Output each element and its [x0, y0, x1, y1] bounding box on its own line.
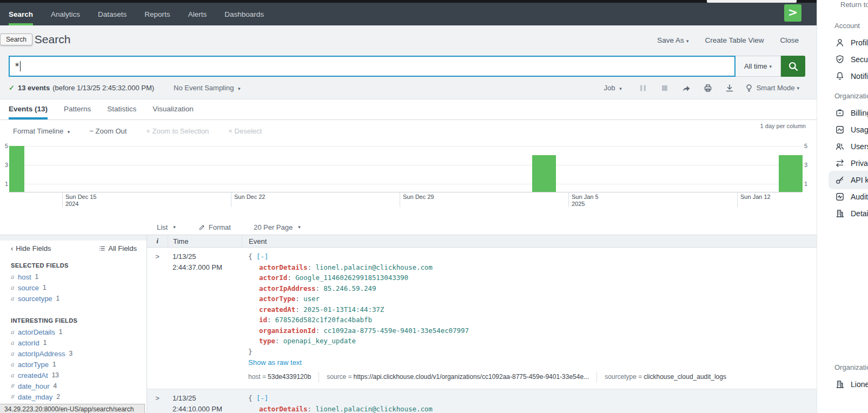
event-row: >1/13/252:44:10.000 PM{ [-]actorDetails:…: [147, 389, 817, 413]
json-value: lionel.palacin@clickhouse.com: [315, 405, 432, 413]
field-item-actorDetails[interactable]: aactorDetails1: [11, 327, 147, 337]
app-navbar: SearchAnalyticsDatasetsReportsAlertsDash…: [0, 3, 817, 25]
save-as-button[interactable]: Save As▾: [657, 36, 688, 44]
timeline-bar[interactable]: [779, 155, 803, 192]
hide-fields-button[interactable]: ‹ Hide Fields: [11, 244, 51, 252]
field-item-actorIpAddress[interactable]: aactorIpAddress3: [11, 348, 147, 359]
event-sampling-menu[interactable]: No Event Sampling ▾: [174, 84, 240, 92]
tab-events-13-[interactable]: Events (13): [9, 105, 48, 119]
collapse-json-link[interactable]: [-]: [256, 394, 268, 402]
show-raw-text-link[interactable]: Show as raw text: [248, 357, 817, 368]
field-item-actorType[interactable]: aactorType1: [11, 359, 147, 370]
sampling-label: No Event Sampling: [174, 84, 234, 92]
nav-item-search[interactable]: Search: [9, 3, 33, 25]
nav-item-reports[interactable]: Reports: [144, 3, 170, 25]
json-key: id: [259, 316, 267, 324]
splunk-logo[interactable]: >: [784, 4, 801, 22]
json-value: openapi_key_update: [283, 337, 356, 345]
zoom-out-button[interactable]: − Zoom Out: [89, 127, 127, 135]
field-item-sourcetype[interactable]: asourcetype1: [11, 293, 147, 304]
json-value: user: [303, 295, 320, 303]
format-timeline-menu[interactable]: Format Timeline ▾: [13, 127, 70, 135]
sidebar-item-private-endpoints[interactable]: Private endpoints: [835, 158, 868, 169]
print-icon[interactable]: [703, 83, 713, 93]
meta-field-source[interactable]: source =https://api.clickhouse.cloud/v1/…: [319, 372, 597, 383]
sidebar-item-notifications[interactable]: Notifications: [835, 71, 868, 82]
all-fields-button[interactable]: All Fields: [98, 244, 137, 252]
deselect-button[interactable]: × Deselect: [228, 127, 262, 135]
format-menu[interactable]: Format: [198, 223, 231, 231]
stop-icon[interactable]: [660, 83, 670, 93]
sidebar-item-lionel[interactable]: Lionel: [835, 379, 868, 390]
nav-item-alerts[interactable]: Alerts: [188, 3, 207, 25]
share-icon[interactable]: [681, 83, 691, 93]
sidebar-item-api-keys[interactable]: API keys: [835, 175, 868, 185]
fields-sidebar-header: ‹ Hide Fields All Fields: [0, 241, 147, 255]
format-label: Format: [209, 223, 231, 231]
nav-item-analytics[interactable]: Analytics: [51, 3, 80, 25]
nav-item-datasets[interactable]: Datasets: [98, 3, 127, 25]
export-icon[interactable]: [725, 83, 734, 93]
job-menu[interactable]: Job ▾: [604, 84, 622, 92]
sidebar-item-label: Details: [851, 209, 868, 218]
meta-field-host[interactable]: host =53de4339120b: [248, 372, 319, 383]
timeline-bar[interactable]: [9, 146, 24, 192]
pause-icon[interactable]: [638, 83, 648, 93]
sidebar-item-billing[interactable]: Billing: [835, 108, 868, 118]
close-button[interactable]: Close: [780, 36, 799, 44]
pencil-icon: [198, 224, 206, 231]
json-colon: :: [315, 327, 323, 335]
create-table-view-button[interactable]: Create Table View: [705, 36, 764, 44]
key-icon: [835, 175, 845, 185]
search-input[interactable]: *: [9, 56, 736, 77]
json-value: cc1092aa-8775-459e-9401-33e54ec07997: [323, 327, 469, 335]
sidebar-item-security[interactable]: Security: [835, 54, 868, 65]
field-count: 2: [56, 393, 60, 401]
text-cursor: [20, 61, 21, 71]
json-key: createdAt: [259, 305, 295, 314]
meta-value: 53de4339120b: [268, 373, 311, 381]
field-item-source[interactable]: asource1: [11, 282, 147, 293]
field-type-icon: a: [11, 338, 18, 347]
timeline-bar[interactable]: [532, 155, 556, 192]
format-timeline-label: Format Timeline: [13, 127, 63, 135]
field-item-date_mday[interactable]: #date_mday2: [11, 391, 147, 402]
sidebar-item-details[interactable]: Details: [835, 208, 868, 219]
field-item-host[interactable]: ahost1: [11, 271, 147, 282]
sidebar-item-label: Notifications: [851, 72, 868, 81]
timeline-scale-label: 1 day per column: [760, 123, 806, 129]
nav-item-dashboards[interactable]: Dashboards: [224, 3, 264, 25]
list-view-label: List: [157, 223, 168, 231]
results-tabs: Events (13)PatternsStatisticsVisualizati…: [0, 99, 817, 120]
sidebar-item-profile[interactable]: Profile: [835, 37, 868, 48]
results-toolbar: List ▾ Format 20 Per Page ▾: [0, 214, 817, 235]
events-table: i Time Event >1/13/252:44:37.000 PM{ [-]…: [147, 235, 817, 413]
per-page-menu[interactable]: 20 Per Page ▾: [254, 223, 301, 231]
json-colon: :: [287, 274, 295, 282]
field-item-actorId[interactable]: aactorId1: [11, 337, 147, 348]
search-button[interactable]: [781, 56, 805, 77]
json-colon: :: [315, 284, 323, 292]
json-value: 85.246.59.249: [323, 284, 376, 292]
zoom-to-selection-button[interactable]: + Zoom to Selection: [146, 127, 209, 135]
sidebar-item-usage[interactable]: Usage: [835, 124, 868, 135]
field-name: actorDetails: [18, 328, 55, 336]
sidebar-item-label: Lionel: [851, 380, 868, 389]
tab-statistics[interactable]: Statistics: [107, 105, 136, 119]
sidebar-item-users[interactable]: Users: [835, 141, 868, 152]
return-to-link[interactable]: Return to: [840, 1, 868, 9]
field-name: actorId: [18, 339, 39, 347]
field-item-createdAt[interactable]: acreatedAt13: [11, 370, 147, 381]
sidebar-item-audit[interactable]: Audit: [835, 191, 868, 202]
expand-event-icon[interactable]: >: [147, 393, 168, 413]
search-mode-menu[interactable]: Smart Mode ▾: [744, 83, 799, 93]
collapse-json-link[interactable]: [-]: [256, 252, 268, 261]
field-item-date_hour[interactable]: #date_hour4: [11, 381, 147, 391]
tab-patterns[interactable]: Patterns: [64, 105, 91, 119]
expand-event-icon[interactable]: >: [147, 251, 168, 389]
tab-visualization[interactable]: Visualization: [153, 105, 194, 119]
meta-field-sourcetype[interactable]: sourcetype =clickhouse_cloud_audit_logs: [597, 372, 734, 383]
time-range-picker[interactable]: All time ▾: [736, 56, 781, 77]
list-view-menu[interactable]: List ▾: [157, 223, 176, 231]
y-axis-label-right: 5: [804, 143, 807, 149]
